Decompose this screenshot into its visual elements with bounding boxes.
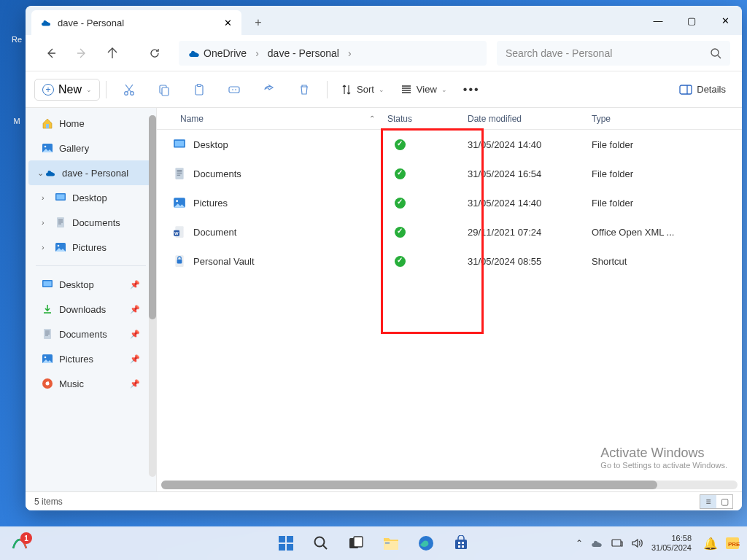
volume-icon[interactable]: [631, 537, 644, 549]
chevron-right-icon[interactable]: ›: [42, 243, 44, 252]
notifications-icon[interactable]: 🔔: [703, 537, 718, 551]
back-button[interactable]: [37, 39, 65, 67]
svg-rect-37: [287, 544, 293, 551]
svg-rect-40: [354, 537, 363, 547]
list-item[interactable]: WDocument 29/11/2021 07:24 Office Open X…: [157, 217, 742, 246]
view-button[interactable]: View ⌄: [393, 79, 454, 100]
search-button[interactable]: [306, 530, 336, 556]
tray-app-icon[interactable]: PRE: [725, 537, 740, 550]
widgets-button[interactable]: 1: [10, 534, 29, 553]
new-tab-button[interactable]: +: [244, 10, 272, 35]
sidebar-item-home[interactable]: Home: [26, 111, 156, 136]
sidebar-item-desktop[interactable]: › Desktop: [26, 185, 156, 210]
file-type: Office Open XML ...: [592, 227, 701, 238]
sidebar-item-documents[interactable]: › Documents: [26, 210, 156, 235]
sidebar-label: Desktop: [72, 192, 107, 203]
file-date: 31/05/2024 16:54: [468, 168, 592, 179]
sidebar-quick-documents[interactable]: Documents 📌: [26, 322, 156, 346]
close-button[interactable]: ✕: [708, 6, 742, 35]
start-button[interactable]: [271, 530, 301, 556]
svg-rect-7: [229, 87, 239, 93]
chevron-down-icon[interactable]: ⌄: [37, 168, 44, 178]
horizontal-scrollbar[interactable]: [161, 481, 738, 489]
store-button[interactable]: [446, 530, 476, 556]
paste-button[interactable]: [182, 79, 216, 101]
vault-icon: [173, 254, 186, 268]
tray-chevron-icon[interactable]: ⌃: [576, 538, 583, 548]
breadcrumb-root[interactable]: OneDrive: [201, 47, 249, 59]
minimize-button[interactable]: —: [641, 6, 675, 35]
file-list: Name⌃ Status Date modified Type Desktop …: [157, 108, 742, 491]
task-view-button[interactable]: [341, 530, 371, 556]
clock[interactable]: 16:58 31/05/2024: [651, 534, 692, 553]
forward-button[interactable]: [68, 39, 96, 67]
sort-button[interactable]: Sort ⌄: [333, 79, 392, 100]
col-header-type[interactable]: Type: [592, 114, 701, 124]
onedrive-tray-icon[interactable]: [590, 537, 603, 550]
more-button[interactable]: •••: [456, 79, 487, 101]
toolbar: + New ⌄ Sort ⌄ View ⌄ ••• Details: [26, 71, 742, 108]
thumbnails-view-button[interactable]: ▢: [716, 495, 732, 508]
svg-point-38: [315, 537, 325, 547]
tab-current[interactable]: dave - Personal ✕: [31, 10, 241, 35]
list-item[interactable]: Documents 31/05/2024 16:54 File folder: [157, 159, 742, 188]
details-button[interactable]: Details: [672, 79, 733, 100]
sidebar-quick-downloads[interactable]: Downloads 📌: [26, 297, 156, 322]
refresh-button[interactable]: [141, 39, 169, 67]
col-header-date[interactable]: Date modified: [468, 114, 592, 124]
chevron-right-icon[interactable]: ›: [42, 193, 44, 202]
list-item[interactable]: Personal Vault 31/05/2024 08:55 Shortcut: [157, 246, 742, 276]
onedrive-icon: [40, 17, 52, 28]
sidebar-item-pictures[interactable]: › Pictures: [26, 235, 156, 260]
sidebar: Home Gallery ⌄ dave - Personal › Desktop…: [26, 108, 157, 491]
details-view-button[interactable]: ≡: [700, 495, 716, 508]
svg-point-1: [125, 91, 128, 95]
file-explorer-button[interactable]: [376, 530, 406, 556]
svg-rect-18: [44, 281, 52, 287]
svg-text:W: W: [174, 231, 179, 236]
maximize-button[interactable]: ▢: [675, 6, 708, 35]
desktop-shortcut[interactable]: Re: [6, 35, 28, 44]
edge-button[interactable]: [411, 530, 441, 556]
rename-button[interactable]: [217, 79, 251, 101]
list-item[interactable]: Pictures 31/05/2024 14:40 File folder: [157, 188, 742, 217]
pin-icon: 📌: [130, 280, 140, 289]
delete-button[interactable]: [287, 79, 321, 101]
sidebar-quick-desktop[interactable]: Desktop 📌: [26, 272, 156, 297]
sync-ok-icon: [395, 256, 406, 267]
sync-ok-icon: [395, 198, 406, 209]
desktop-icon: [55, 192, 66, 203]
close-tab-icon[interactable]: ✕: [222, 18, 233, 28]
sidebar-quick-music[interactable]: Music 📌: [26, 371, 156, 396]
sidebar-item-gallery[interactable]: Gallery: [26, 136, 156, 160]
time-text: 16:58: [651, 534, 692, 543]
network-icon[interactable]: [611, 537, 624, 549]
svg-rect-36: [279, 544, 285, 551]
view-icon: [400, 84, 412, 96]
chevron-down-icon: ⌄: [441, 86, 447, 93]
pin-icon: 📌: [130, 330, 140, 339]
downloads-icon: [42, 303, 53, 315]
desktop-shortcut[interactable]: M: [6, 117, 28, 125]
new-button[interactable]: + New ⌄: [34, 79, 100, 101]
breadcrumb-current[interactable]: dave - Personal: [265, 47, 342, 59]
copy-button[interactable]: [147, 79, 181, 101]
up-button[interactable]: [98, 39, 126, 67]
col-header-name[interactable]: Name⌃: [157, 114, 387, 124]
svg-text:PRE: PRE: [728, 541, 740, 548]
sidebar-item-onedrive-personal[interactable]: ⌄ dave - Personal: [28, 160, 153, 185]
share-button[interactable]: [252, 79, 286, 101]
details-label: Details: [697, 84, 726, 95]
svg-rect-25: [175, 141, 184, 147]
list-item[interactable]: Desktop 31/05/2024 14:40 File folder: [157, 130, 742, 159]
cut-button[interactable]: [112, 79, 146, 101]
search-input[interactable]: Search dave - Personal: [497, 41, 730, 66]
breadcrumb[interactable]: OneDrive › dave - Personal ›: [179, 41, 487, 66]
sidebar-label: Downloads: [59, 304, 106, 315]
sidebar-scrollbar[interactable]: [149, 115, 156, 477]
chevron-right-icon[interactable]: ›: [42, 218, 44, 227]
col-header-status[interactable]: Status: [387, 114, 468, 124]
sidebar-quick-pictures[interactable]: Pictures 📌: [26, 346, 156, 371]
music-icon: [42, 378, 53, 389]
sync-ok-icon: [395, 168, 406, 179]
